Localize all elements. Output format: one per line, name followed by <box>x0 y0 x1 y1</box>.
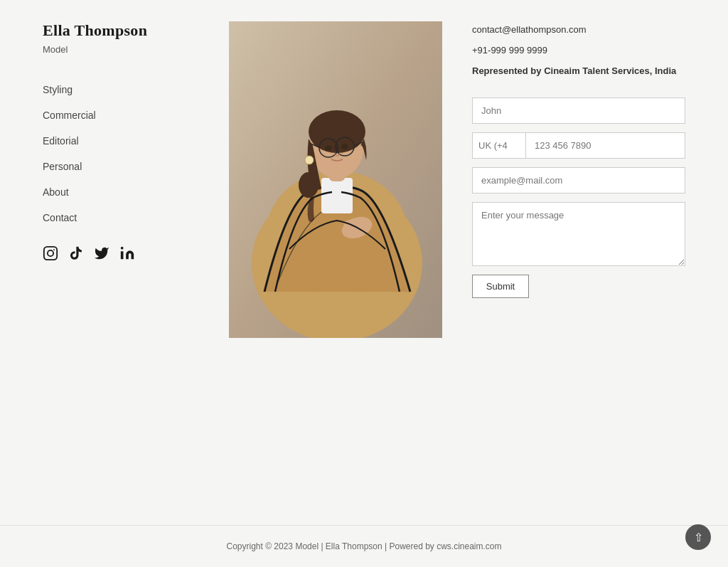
footer-text: Copyright © 2023 Model | Ella Thompson |… <box>226 541 501 551</box>
model-image <box>229 21 442 338</box>
email-input[interactable] <box>472 167 685 194</box>
phone-row <box>472 132 685 159</box>
main-content: Ella Thompson Model Styling Commercial E… <box>0 0 728 525</box>
sidebar: Ella Thompson Model Styling Commercial E… <box>43 21 199 497</box>
nav-link-about[interactable]: About <box>43 186 69 198</box>
linkedin-icon[interactable] <box>119 245 135 261</box>
svg-rect-9 <box>321 178 353 213</box>
nav-item-styling[interactable]: Styling <box>43 83 199 96</box>
center-section <box>199 21 472 497</box>
nav-link-personal[interactable]: Personal <box>43 161 82 172</box>
chevron-up-icon: ⇧ <box>694 531 703 544</box>
instagram-icon[interactable] <box>43 245 58 261</box>
submit-button[interactable]: Submit <box>472 275 529 298</box>
nav-item-personal[interactable]: Personal <box>43 160 199 173</box>
svg-point-2 <box>53 249 55 250</box>
svg-point-21 <box>341 144 348 149</box>
social-icons <box>43 245 199 261</box>
svg-line-16 <box>336 147 338 148</box>
svg-point-13 <box>299 172 318 198</box>
contact-section: contact@ellathompson.com +91-999 999 999… <box>472 21 685 497</box>
nav-link-styling[interactable]: Styling <box>43 84 73 95</box>
site-subtitle: Model <box>43 44 199 55</box>
model-image-container <box>229 21 442 338</box>
name-input[interactable] <box>472 97 685 124</box>
scroll-top-button[interactable]: ⇧ <box>685 524 711 550</box>
contact-info: contact@ellathompson.com +91-999 999 999… <box>472 24 685 76</box>
contact-email: contact@ellathompson.com <box>472 24 685 35</box>
phone-country-input[interactable] <box>472 132 525 159</box>
message-textarea[interactable] <box>472 202 685 266</box>
tiktok-icon[interactable] <box>68 245 84 261</box>
svg-point-20 <box>325 145 332 151</box>
nav-link-editorial[interactable]: Editorial <box>43 135 79 147</box>
contact-phone: +91-999 999 9999 <box>472 45 685 55</box>
twitter-icon[interactable] <box>94 245 109 261</box>
nav-link-contact[interactable]: Contact <box>43 212 77 223</box>
contact-agency: Represented by Cineaim Talent Services, … <box>472 65 685 76</box>
svg-point-1 <box>48 250 53 256</box>
svg-point-19 <box>305 156 314 164</box>
svg-point-4 <box>121 247 124 250</box>
svg-rect-0 <box>44 247 57 260</box>
footer: Copyright © 2023 Model | Ella Thompson |… <box>0 525 728 567</box>
nav-link-commercial[interactable]: Commercial <box>43 110 96 121</box>
nav-item-about[interactable]: About <box>43 186 199 198</box>
page-wrapper: Ella Thompson Model Styling Commercial E… <box>0 0 728 567</box>
nav-item-contact[interactable]: Contact <box>43 211 199 224</box>
svg-rect-3 <box>121 251 124 259</box>
nav-item-editorial[interactable]: Editorial <box>43 134 199 147</box>
nav-item-commercial[interactable]: Commercial <box>43 109 199 122</box>
site-title: Ella Thompson <box>43 21 199 40</box>
nav-menu: Styling Commercial Editorial Personal Ab… <box>43 83 199 224</box>
phone-number-input[interactable] <box>525 132 685 159</box>
contact-form: Submit <box>472 97 685 298</box>
